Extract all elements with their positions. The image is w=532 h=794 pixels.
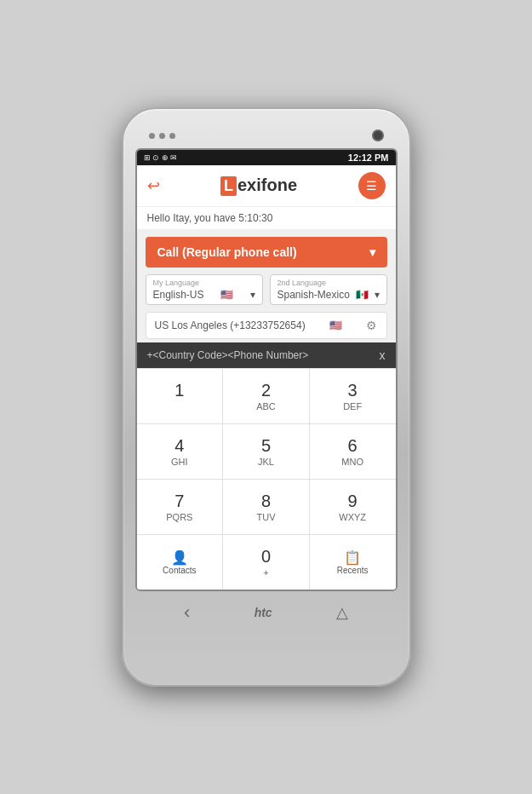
call-type-label: Call (Regular phone call) (157, 245, 297, 259)
status-bar: ⊞ ⊙ ⊕ ✉ 12:12 PM (137, 150, 396, 165)
key-6[interactable]: 6MNO (310, 424, 396, 479)
second-language-value: Spanish-Mexico (277, 289, 350, 301)
status-left-icons: ⊞ ⊙ ⊕ ✉ (144, 153, 178, 162)
dialpad-input-bar: +<Country Code><Phone Number> x (137, 342, 396, 368)
key-5[interactable]: 5JKL (223, 424, 310, 479)
my-language-box[interactable]: My Language English-US 🇺🇸 ▾ (146, 274, 263, 305)
status-time: 12:12 PM (348, 152, 389, 163)
second-language-select: Spanish-Mexico 🇲🇽 ▾ (277, 289, 380, 301)
dialpad: 1 2ABC 3DEF 4GHI 5JKL 6MNO 7PQRS 8TUV 9W… (137, 368, 396, 590)
dot-1 (149, 133, 155, 139)
bottom-speaker (161, 630, 372, 647)
key-contacts[interactable]: 👤 Contacts (137, 535, 224, 590)
app-logo: Lexifone (220, 175, 297, 196)
dialpad-row-4: 👤 Contacts 0+ 📋 Recents (137, 534, 396, 590)
contacts-icon: 👤 (171, 549, 188, 566)
greeting-text: Hello Itay, you have 5:10:30 (147, 212, 273, 224)
second-language-arrow: ▾ (375, 289, 380, 301)
key-0[interactable]: 0+ (223, 535, 310, 590)
back-nav-button[interactable]: ‹ (184, 601, 190, 624)
back-button[interactable]: ↩ (147, 176, 160, 195)
key-8[interactable]: 8TUV (223, 480, 310, 534)
home-nav-button[interactable]: △ (336, 603, 348, 622)
phone-top-bar (135, 124, 398, 148)
key-3[interactable]: 3DEF (310, 369, 396, 423)
key-1[interactable]: 1 (137, 369, 224, 423)
call-button[interactable]: Call ☎ (137, 590, 396, 591)
my-language-label: My Language (153, 279, 255, 287)
my-language-select: English-US 🇺🇸 ▾ (153, 289, 255, 301)
front-camera (372, 129, 384, 141)
second-language-flag: 🇲🇽 (356, 289, 369, 301)
my-language-arrow: ▾ (250, 289, 255, 301)
dialpad-row-1: 1 2ABC 3DEF (137, 368, 396, 423)
contacts-label: Contacts (163, 566, 196, 575)
phone-number-text: US Los Angeles (+13233752654) (155, 319, 306, 331)
menu-button[interactable]: ☰ (358, 172, 386, 199)
key-9[interactable]: 9WXYZ (310, 480, 396, 534)
key-recents[interactable]: 📋 Recents (310, 535, 396, 590)
my-language-value: English-US (153, 289, 204, 301)
dot-3 (169, 133, 175, 139)
recents-icon: 📋 (344, 549, 361, 566)
notification-icons: ⊞ ⊙ ⊕ ✉ (144, 153, 178, 162)
language-selector: My Language English-US 🇺🇸 ▾ 2nd Language… (146, 274, 387, 305)
phone-number-flag: 🇺🇸 (329, 319, 342, 331)
app-header: ↩ Lexifone ☰ (137, 165, 396, 207)
recents-label: Recents (337, 566, 369, 575)
logo-text: exifone (237, 175, 297, 194)
second-language-label: 2nd Language (277, 279, 380, 287)
logo-letter: L (220, 176, 237, 196)
dialpad-input-text[interactable]: +<Country Code><Phone Number> (147, 349, 309, 361)
dot-2 (159, 133, 165, 139)
dialpad-clear-button[interactable]: x (380, 348, 386, 362)
second-language-box[interactable]: 2nd Language Spanish-Mexico 🇲🇽 ▾ (270, 274, 387, 305)
greeting-bar: Hello Itay, you have 5:10:30 (137, 207, 396, 230)
my-language-flag: 🇺🇸 (220, 289, 233, 301)
key-4[interactable]: 4GHI (137, 424, 224, 479)
phone-number-bar: US Los Angeles (+13233752654) 🇺🇸 ⚙ (146, 312, 387, 339)
bottom-nav: ‹ htc △ (135, 595, 398, 630)
key-2[interactable]: 2ABC (223, 369, 310, 423)
key-7[interactable]: 7PQRS (137, 480, 224, 534)
phone-device: ⊞ ⊙ ⊕ ✉ 12:12 PM ↩ Lexifone ☰ Hello Itay… (122, 107, 411, 687)
call-type-button[interactable]: Call (Regular phone call) ▾ (146, 237, 387, 268)
call-type-arrow: ▾ (369, 245, 375, 259)
phone-dots (149, 133, 175, 139)
settings-icon[interactable]: ⚙ (366, 319, 377, 332)
dialpad-row-2: 4GHI 5JKL 6MNO (137, 423, 396, 479)
phone-screen: ⊞ ⊙ ⊕ ✉ 12:12 PM ↩ Lexifone ☰ Hello Itay… (135, 148, 398, 591)
htc-brand: htc (255, 606, 272, 619)
dialpad-row-3: 7PQRS 8TUV 9WXYZ (137, 479, 396, 534)
